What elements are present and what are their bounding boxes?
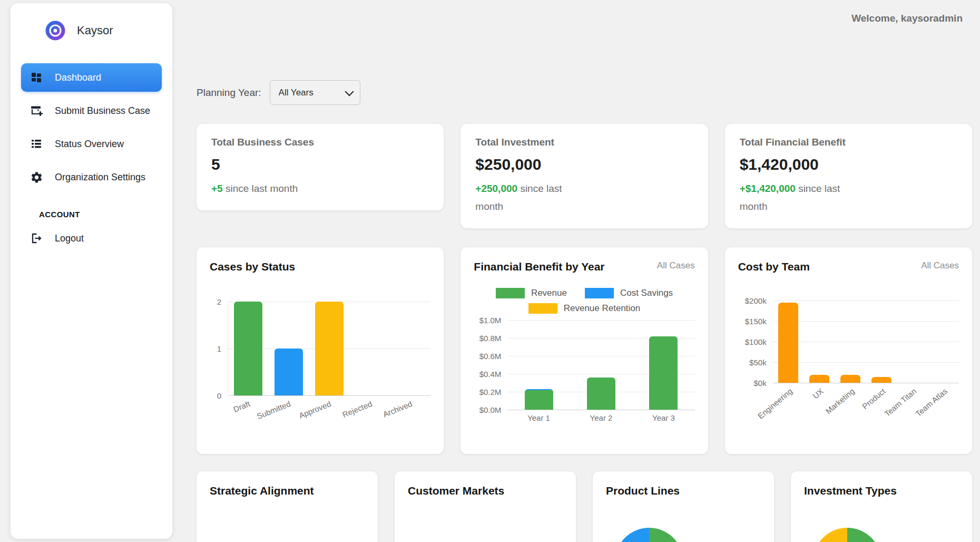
bar-marketing	[840, 375, 860, 383]
y-axis-tick: 0	[217, 391, 221, 400]
sidebar: Kaysor Dashboard	[11, 3, 172, 539]
dashboard-grid-icon	[30, 71, 43, 84]
stat-delta-rest: since last month	[223, 183, 298, 194]
stat-title: Total Business Cases	[211, 137, 429, 148]
sidebar-item-label: Organization Settings	[55, 172, 145, 183]
bar-year-3	[649, 336, 678, 410]
kaysor-logo-icon	[32, 17, 66, 44]
brand-name: Kaysor	[77, 24, 113, 37]
account-section-label: ACCOUNT	[21, 196, 162, 224]
stat-cards-row: Total Business Cases 5 +5 since last mon…	[197, 124, 972, 228]
card-product-lines: Product Lines	[593, 471, 774, 542]
legend-item: Revenue Retention	[528, 303, 641, 314]
y-axis-tick: 2	[217, 297, 221, 306]
card-investment-types: Investment Types	[791, 471, 972, 542]
stat-card-total-financial-benefit: Total Financial Benefit $1,420,000 +$1,4…	[725, 124, 972, 228]
bar-engineering	[778, 303, 798, 383]
pie-chart	[813, 528, 881, 542]
legend-item: Cost Savings	[585, 288, 673, 298]
welcome-text: Welcome, kaysoradmin	[851, 13, 963, 24]
y-axis-tick: $100k	[745, 337, 767, 346]
y-axis-tick: $150k	[745, 317, 767, 326]
stat-delta: +$1,420,000 since last month	[740, 180, 853, 216]
charts-row: Cases by Status 210DraftSubmittedApprove…	[197, 247, 972, 454]
sidebar-item-status-overview[interactable]: Status Overview	[21, 130, 162, 158]
y-axis-tick: $0.8M	[479, 334, 502, 343]
stat-delta: +250,000 since last month	[475, 180, 589, 216]
sidebar-nav: Dashboard Submit Business Case	[11, 54, 172, 253]
chart-card-financial-benefit-by-year: Financial Benefit by Year All Cases Reve…	[460, 247, 708, 454]
chart-card-cases-by-status: Cases by Status 210DraftSubmittedApprove…	[197, 247, 444, 454]
stat-title: Total Financial Benefit	[740, 137, 957, 148]
chart-legend: RevenueCost SavingsRevenue Retention	[474, 288, 694, 314]
sidebar-item-logout[interactable]: Logout	[21, 224, 162, 253]
chart-title: Strategic Alignment	[210, 485, 365, 497]
sidebar-item-label: Status Overview	[55, 139, 124, 150]
sidebar-item-organization-settings[interactable]: Organization Settings	[21, 163, 162, 191]
stat-value: 5	[211, 156, 429, 173]
legend-label: Revenue	[531, 288, 567, 298]
stat-value: $250,000	[475, 156, 693, 173]
y-axis-tick: $1.0M	[479, 316, 502, 325]
sidebar-item-label: Dashboard	[55, 72, 101, 83]
y-axis-tick: $0.0M	[479, 405, 502, 414]
bar-chart-cost-by-team: $200k$150k$100k$50k$0kEngineeringUXMarke…	[738, 301, 959, 435]
bar-approved	[315, 302, 344, 395]
sidebar-item-dashboard[interactable]: Dashboard	[21, 63, 162, 92]
stat-delta: +5 since last month	[211, 180, 325, 198]
y-axis-tick: $0.6M	[479, 352, 502, 361]
brand: Kaysor	[11, 3, 172, 54]
pie-chart	[615, 528, 683, 542]
all-cases-link[interactable]: All Cases	[921, 260, 959, 271]
planning-year-label: Planning Year:	[197, 87, 261, 99]
y-axis-tick: $200k	[745, 296, 767, 305]
y-axis-tick: $0.2M	[479, 388, 502, 396]
sidebar-item-submit-business-case[interactable]: Submit Business Case	[21, 96, 162, 125]
plot-area	[773, 301, 959, 383]
stat-card-total-business-cases: Total Business Cases 5 +5 since last mon…	[197, 124, 444, 210]
bar-submitted	[275, 349, 303, 395]
stat-value: $1,420,000	[740, 156, 957, 173]
chart-title: Cases by Status	[210, 260, 295, 273]
x-axis-label: Year 1	[527, 413, 550, 422]
y-axis-tick: $0k	[753, 379, 766, 388]
list-icon	[30, 137, 43, 151]
stat-card-total-investment: Total Investment $250,000 +250,000 since…	[460, 124, 708, 228]
bar-draft	[234, 302, 262, 395]
stat-delta-positive: +$1,420,000	[740, 183, 796, 194]
x-axis-label: Year 3	[652, 413, 675, 422]
chart-title: Financial Benefit by Year	[474, 260, 604, 273]
y-axis-tick: $50k	[749, 358, 767, 367]
bar-chart-cases-by-status: 210DraftSubmittedApprovedRejectedArchive…	[210, 302, 430, 432]
y-axis-tick: 1	[217, 344, 221, 353]
legend-label: Cost Savings	[620, 288, 673, 298]
x-axis-label: UX	[811, 386, 825, 400]
bar-year-1	[525, 389, 553, 410]
all-cases-link[interactable]: All Cases	[657, 260, 695, 271]
x-axis-label: Engineering	[756, 386, 794, 420]
chart-card-cost-by-team: Cost by Team All Cases $200k$150k$100k$5…	[725, 247, 972, 454]
bottom-cards-row: Strategic Alignment Customer Markets Pro…	[197, 471, 972, 542]
card-customer-markets: Customer Markets	[395, 471, 576, 542]
y-axis-tick: $0.4M	[479, 370, 502, 379]
legend-label: Revenue Retention	[564, 303, 641, 314]
stat-delta-positive: +250,000	[475, 183, 517, 194]
x-axis-label: Year 2	[590, 413, 613, 422]
bar-chart-financial-benefit-by-year: $1.0M$0.8M$0.6M$0.4M$0.2M$0.0MYear 1Year…	[474, 320, 694, 428]
planning-year-select[interactable]: All Years	[270, 80, 360, 105]
legend-item: Revenue	[496, 288, 567, 298]
plot-area	[507, 320, 694, 410]
legend-swatch	[496, 288, 525, 298]
legend-swatch	[528, 303, 557, 314]
sidebar-item-label: Submit Business Case	[55, 105, 150, 117]
gear-icon	[30, 170, 43, 184]
stat-delta-positive: +5	[211, 183, 223, 194]
sidebar-item-label: Logout	[55, 233, 84, 244]
card-strategic-alignment: Strategic Alignment	[197, 471, 378, 542]
main-content: Welcome, kaysoradmin Planning Year: All …	[172, 0, 980, 542]
x-axis-label: Draft	[232, 399, 251, 414]
bar-year-2	[587, 378, 615, 410]
plot-area	[228, 302, 430, 395]
chart-title: Investment Types	[804, 485, 959, 497]
planning-year-filter: Planning Year: All Years	[197, 80, 972, 105]
